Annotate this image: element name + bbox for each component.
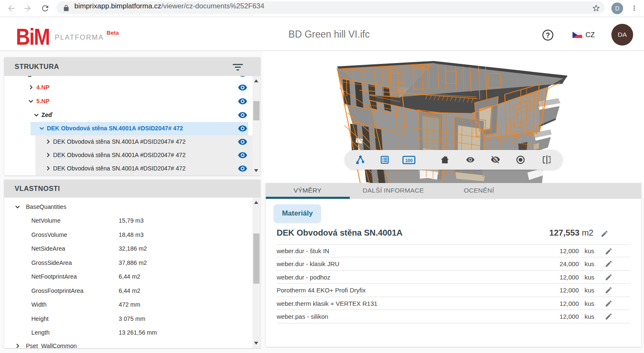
svg-text:100: 100 <box>405 158 413 163</box>
